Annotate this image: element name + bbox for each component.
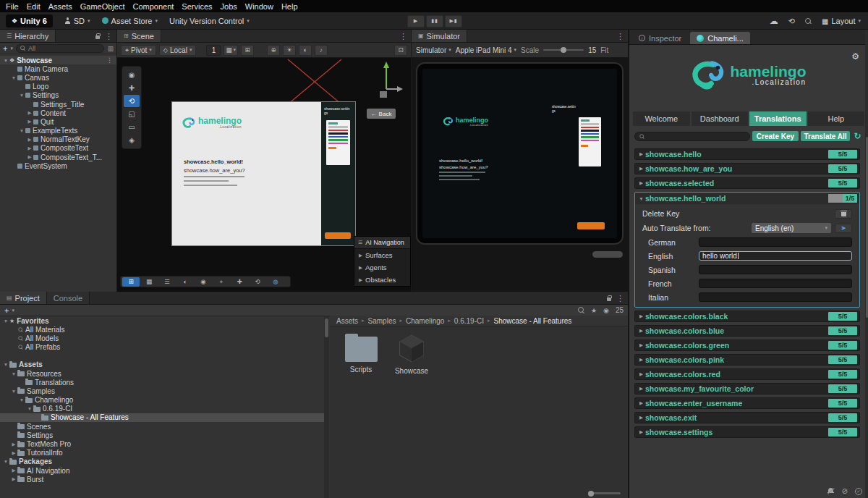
simulator-mode-dropdown[interactable]: Simulator ▾ xyxy=(416,46,451,54)
snap-toggle-button[interactable]: ⊞ xyxy=(241,45,254,56)
expand-arrow[interactable]: ▶ xyxy=(10,476,17,482)
hierarchy-item[interactable]: ▼Canvas xyxy=(0,73,116,82)
grid-snap-button[interactable]: ▦▾ xyxy=(224,45,238,56)
breadcrumb-item[interactable]: Assets xyxy=(336,317,358,325)
expand-arrow[interactable]: ▶ xyxy=(10,442,17,447)
menu-edit[interactable]: Edit xyxy=(27,2,41,11)
translation-key-row[interactable]: ▶showcase.enter_username5/5 xyxy=(634,397,860,409)
project-tree-item[interactable]: ▼Resources xyxy=(0,369,324,378)
translation-key-row[interactable]: ▶showcase.settings5/5 xyxy=(634,426,860,438)
expand-arrow[interactable]: ▶ xyxy=(26,119,33,124)
create-key-button[interactable]: Create Key xyxy=(752,131,799,141)
hierarchy-item[interactable]: Logo xyxy=(0,83,116,91)
collapse-arrow[interactable]: ▼ xyxy=(637,196,645,201)
translation-key-row[interactable]: ▶showcase.colors.red5/5 xyxy=(634,368,860,380)
tab-console[interactable]: Console xyxy=(47,292,90,304)
spanish-translation-input[interactable] xyxy=(699,265,852,274)
hierarchy-item[interactable]: ▶CompositeText xyxy=(0,144,116,153)
effects-button[interactable]: ⊕ xyxy=(267,45,280,56)
translation-key-row[interactable]: ▶showcase.hello5/5 xyxy=(634,148,860,160)
expand-arrow[interactable]: ▶ xyxy=(637,357,645,363)
globe-button[interactable]: ◍ xyxy=(267,277,284,287)
cloud-icon[interactable]: ☁ xyxy=(770,16,778,26)
expand-arrow[interactable]: ▼ xyxy=(2,459,9,464)
grid-plane-button[interactable]: ▦ xyxy=(140,277,158,287)
transform-gizmo[interactable] xyxy=(370,60,404,99)
thumbnail-zoom-slider[interactable] xyxy=(589,492,621,494)
menu-services[interactable]: Services xyxy=(182,2,212,11)
rotate-button[interactable]: ⟲ xyxy=(249,277,266,287)
translation-key-row[interactable]: ▶showcase.how_are_you5/5 xyxy=(634,163,860,174)
play-button[interactable]: ▶ xyxy=(407,15,425,28)
expand-arrow[interactable]: ▼ xyxy=(2,318,9,324)
menu-help[interactable]: Help xyxy=(281,2,298,11)
hierarchy-item[interactable]: ▶Quit xyxy=(0,117,116,126)
list-button[interactable]: ☰ xyxy=(158,277,176,287)
project-tree-item[interactable]: ▶TutorialInfo xyxy=(0,449,324,457)
favorite-item[interactable]: All Prefabs xyxy=(0,343,324,352)
tab-simulator[interactable]: ▣ Simulator xyxy=(412,30,467,42)
background-tasks-icon[interactable]: ✓ xyxy=(855,488,862,495)
audio-button[interactable]: ♪ xyxy=(315,45,328,56)
italian-translation-input[interactable] xyxy=(699,292,852,302)
expand-arrow[interactable]: ▶ xyxy=(637,429,645,435)
gizmo-toggle-button[interactable]: ◉ xyxy=(195,277,212,287)
breadcrumb-item[interactable]: Samples xyxy=(368,317,396,325)
menu-item-surfaces[interactable]: ▶Surfaces xyxy=(354,249,410,261)
pause-button[interactable]: ▮▮ xyxy=(426,15,443,28)
search-icon[interactable] xyxy=(578,307,584,313)
translation-key-row[interactable]: ▶showcase.colors.green5/5 xyxy=(634,339,860,351)
project-tree-item[interactable]: Scenes xyxy=(0,422,324,431)
hierarchy-item[interactable]: ▼Settings xyxy=(0,91,116,100)
expand-arrow[interactable]: ▼ xyxy=(18,397,25,402)
english-translation-input[interactable]: hello world xyxy=(699,251,852,261)
expand-arrow[interactable]: ▶ xyxy=(637,313,645,319)
handle-orientation-dropdown[interactable]: ◇ Local ▾ xyxy=(159,45,197,56)
view-tool-button[interactable]: ◉ xyxy=(124,69,140,81)
expand-arrow[interactable]: ▶ xyxy=(637,400,645,406)
tab-scene[interactable]: ⊞ Scene xyxy=(117,30,161,42)
panel-menu-icon[interactable]: ⋮ xyxy=(616,294,624,303)
favorite-item[interactable]: All Materials xyxy=(0,325,324,334)
project-tree-item[interactable]: ▼Packages xyxy=(0,457,324,466)
ui-canvas[interactable]: showcase.settings xyxy=(171,101,356,246)
breadcrumb-item-current[interactable]: Showcase - All Features xyxy=(494,317,572,325)
expand-arrow[interactable]: ▶ xyxy=(26,137,33,143)
rotate-tool-button[interactable]: ⟲ xyxy=(124,95,140,107)
project-tree-item[interactable]: ▼Samples xyxy=(0,387,324,395)
scale-slider[interactable] xyxy=(543,49,584,51)
project-tree-item[interactable]: ▶Burst xyxy=(0,475,324,484)
expand-arrow[interactable]: ▼ xyxy=(10,75,17,80)
grid-visual-button[interactable]: ⊞ xyxy=(122,277,140,287)
tab-dashboard[interactable]: Dashboard xyxy=(692,111,749,126)
version-control-dropdown[interactable]: Unity Version Control ▾ xyxy=(169,17,250,25)
expand-arrow[interactable]: ▶ xyxy=(26,110,33,116)
rect-tool-button[interactable]: ▭ xyxy=(124,121,140,133)
simulator-controls-pill[interactable] xyxy=(592,251,623,258)
layout-dropdown[interactable]: ▦ Layout ▾ xyxy=(822,17,861,25)
account-dropdown[interactable]: SD ▾ xyxy=(64,17,90,25)
expand-arrow[interactable]: ▶ xyxy=(10,468,17,473)
filter-icon[interactable]: ▥ xyxy=(107,45,114,52)
project-tree-scrollbar[interactable] xyxy=(324,316,329,498)
expand-arrow[interactable]: ▶ xyxy=(637,386,645,392)
menu-item-agents[interactable]: ▶Agents xyxy=(354,261,410,274)
expand-arrow[interactable]: ▶ xyxy=(637,328,645,334)
translation-key-row[interactable]: ▶showcase.colors.blue5/5 xyxy=(634,325,860,337)
search-icon[interactable] xyxy=(805,18,812,25)
expand-arrow[interactable]: ▶ xyxy=(637,371,645,377)
menu-file[interactable]: File xyxy=(6,2,19,11)
expand-arrow[interactable]: ▼ xyxy=(18,93,25,98)
hierarchy-search-input[interactable]: All xyxy=(16,44,105,53)
menu-jobs[interactable]: Jobs xyxy=(221,2,237,11)
favorites-header[interactable]: ▼★Favorites xyxy=(0,316,324,325)
panel-menu-icon[interactable]: ⋮ xyxy=(105,32,113,41)
menu-component[interactable]: Component xyxy=(132,2,174,11)
german-translation-input[interactable] xyxy=(699,237,852,247)
expand-arrow[interactable]: ▶ xyxy=(637,342,645,348)
hierarchy-item[interactable]: ▶CompositeText_T... xyxy=(0,153,116,161)
hierarchy-item[interactable]: EventSystem xyxy=(0,161,116,170)
favorite-item[interactable]: All Models xyxy=(0,334,324,342)
shading-button[interactable]: ◐ xyxy=(176,277,194,287)
project-tree-item[interactable]: ▼Assets xyxy=(0,360,324,369)
